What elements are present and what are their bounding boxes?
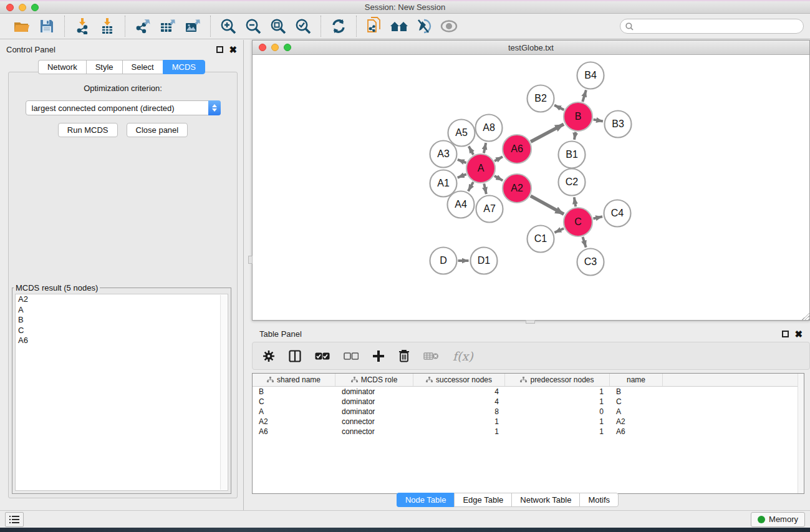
graph-node-A2[interactable]: A2	[503, 174, 531, 203]
open-file-button[interactable]	[11, 16, 32, 36]
sort-column-icon[interactable]	[351, 377, 358, 383]
result-list-item[interactable]: A2	[16, 294, 228, 305]
edge-B-B4[interactable]	[582, 90, 586, 102]
run-mcds-button[interactable]: Run MCDS	[58, 123, 118, 137]
graph-node-A3[interactable]: A3	[430, 141, 457, 168]
import-network-button[interactable]	[72, 16, 93, 36]
graph-node-A6[interactable]: A6	[503, 135, 531, 163]
graph-node-C[interactable]: C	[564, 208, 592, 236]
graph-node-C2[interactable]: C2	[559, 169, 586, 196]
float-table-panel-icon[interactable]	[782, 331, 789, 337]
edge-B-B2[interactable]	[554, 105, 564, 110]
zoom-fit-button[interactable]	[268, 16, 289, 36]
graph-node-C1[interactable]: C1	[528, 226, 554, 253]
table-settings-button[interactable]	[263, 350, 275, 362]
hide-graphics-details-button[interactable]	[413, 16, 435, 36]
deselect-all-button[interactable]	[344, 352, 359, 360]
task-history-button[interactable]	[5, 512, 24, 527]
graph-node-D1[interactable]: D1	[471, 248, 498, 274]
graph-node-D[interactable]: D	[430, 248, 457, 274]
graph-node-C4[interactable]: C4	[604, 200, 631, 227]
result-scrollbar[interactable]	[220, 295, 227, 490]
result-list-item[interactable]: B	[16, 315, 228, 326]
tab-style[interactable]: Style	[86, 60, 122, 74]
table-row[interactable]: A6connector11A6	[253, 427, 804, 437]
close-panel-icon[interactable]: ✖	[229, 46, 237, 53]
tab-network[interactable]: Network	[38, 60, 86, 74]
edge-A-A5[interactable]	[469, 147, 473, 155]
import-table-button[interactable]	[97, 16, 118, 36]
graph-node-A8[interactable]: A8	[476, 115, 503, 142]
delete-column-button[interactable]	[398, 349, 410, 362]
tab-mcds[interactable]: MCDS	[163, 60, 205, 74]
edge-B-B3[interactable]	[594, 120, 603, 122]
edge-C-C3[interactable]	[582, 237, 586, 248]
node-table[interactable]: shared nameMCDS rolesuccessor nodesprede…	[252, 373, 804, 494]
result-list-item[interactable]: A6	[16, 336, 228, 346]
memory-button[interactable]: Memory	[751, 512, 805, 527]
tab-node-table[interactable]: Node Table	[397, 493, 455, 507]
table-row[interactable]: Adominator80A	[253, 407, 804, 417]
edge-A-A1[interactable]	[458, 174, 466, 178]
graph-node-A7[interactable]: A7	[476, 196, 503, 223]
mcds-result-list[interactable]: A2ABCA6	[15, 294, 228, 491]
sort-column-icon[interactable]	[426, 377, 433, 383]
table-row[interactable]: A2connector11A2	[253, 417, 804, 427]
edge-A-A6[interactable]	[494, 157, 503, 161]
export-network-button[interactable]	[132, 16, 153, 36]
network-from-selection-button[interactable]	[364, 16, 385, 36]
graph-node-C3[interactable]: C3	[577, 249, 604, 276]
add-column-button[interactable]	[372, 350, 385, 362]
network-graph[interactable]: B4B2BB3A8A5A6A3B1AC2A1A2A4A7C4CC1DD1C3	[253, 56, 809, 320]
tab-select[interactable]: Select	[122, 60, 163, 74]
edge-A2-C[interactable]	[531, 196, 564, 214]
horizontal-scroll-thumb[interactable]	[526, 320, 535, 324]
select-all-button[interactable]	[315, 352, 330, 360]
table-row[interactable]: Bdominator41B	[253, 387, 804, 397]
edge-A-A7[interactable]	[484, 183, 486, 194]
save-session-button[interactable]	[36, 16, 57, 36]
export-table-button[interactable]	[157, 16, 178, 36]
apply-layout-button[interactable]	[328, 16, 349, 36]
edge-A-A2[interactable]	[494, 176, 503, 180]
function-builder-button[interactable]: f(x)	[453, 349, 473, 363]
float-panel-icon[interactable]	[216, 46, 223, 53]
zoom-out-button[interactable]	[243, 16, 264, 36]
graph-node-A5[interactable]: A5	[448, 120, 475, 147]
tab-motifs[interactable]: Motifs	[579, 493, 619, 507]
close-table-panel-icon[interactable]: ✖	[794, 331, 803, 337]
tab-edge-table[interactable]: Edge Table	[454, 493, 511, 507]
table-row[interactable]: Cdominator41C	[253, 397, 804, 407]
edge-C-C1[interactable]	[554, 228, 564, 233]
show-hide-button[interactable]	[438, 16, 460, 36]
result-list-item[interactable]: C	[16, 326, 228, 336]
table-scrollbar[interactable]	[798, 374, 804, 493]
network-view-window[interactable]: testGlobe.txt B4B2BB3A8A5A6A3B1AC2A1A2A4…	[252, 40, 810, 321]
column-header[interactable]: successor nodes	[413, 374, 505, 386]
search-field[interactable]	[620, 19, 804, 34]
graph-node-B[interactable]: B	[564, 102, 592, 131]
column-header[interactable]: name	[610, 374, 663, 386]
sort-column-icon[interactable]	[520, 377, 527, 383]
graph-node-B4[interactable]: B4	[577, 62, 604, 89]
criterion-dropdown[interactable]: largest connected component (directed)	[26, 100, 221, 115]
graph-node-A1[interactable]: A1	[430, 170, 457, 197]
search-input[interactable]	[637, 22, 798, 31]
edge-A6-B[interactable]	[531, 124, 564, 142]
delete-table-button[interactable]	[423, 352, 439, 360]
export-image-button[interactable]	[182, 16, 203, 36]
tab-network-table[interactable]: Network Table	[511, 493, 579, 507]
edge-A-A4[interactable]	[468, 182, 473, 191]
sort-column-icon[interactable]	[267, 377, 274, 383]
graph-node-A[interactable]: A	[466, 154, 495, 183]
edge-B-B1[interactable]	[574, 132, 576, 140]
edge-A-A8[interactable]	[484, 143, 486, 153]
vertical-scroll-thumb[interactable]	[248, 256, 253, 264]
home-button[interactable]	[388, 16, 410, 36]
column-header[interactable]: shared name	[253, 374, 335, 386]
edge-A-A3[interactable]	[458, 160, 466, 163]
graph-node-B3[interactable]: B3	[605, 111, 632, 138]
result-list-item[interactable]: A	[16, 305, 228, 316]
edge-C-C4[interactable]	[593, 216, 602, 218]
graph-node-B2[interactable]: B2	[528, 85, 554, 112]
